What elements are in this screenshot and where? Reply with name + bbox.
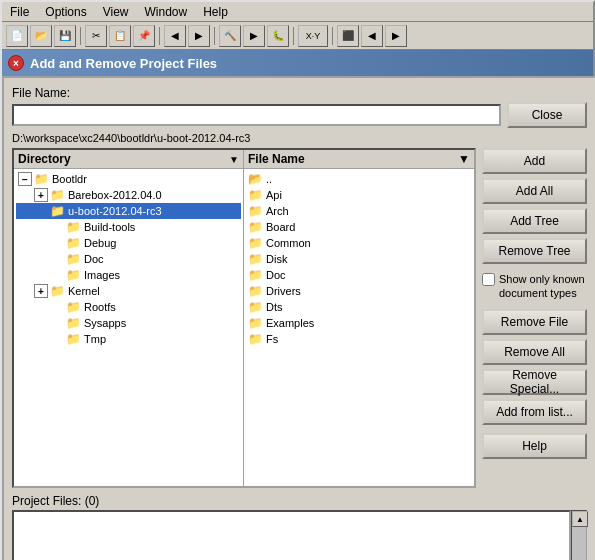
tree-label-debug: Debug — [84, 237, 116, 249]
proj-scroll-up[interactable]: ▲ — [572, 511, 588, 527]
file-item-arch[interactable]: 📁Arch — [246, 203, 472, 219]
toolbar-build[interactable]: 🔨 — [219, 25, 241, 47]
file-name-input[interactable] — [12, 104, 501, 126]
file-item-api[interactable]: 📁Api — [246, 187, 472, 203]
remove-special-button[interactable]: Remove Special... — [482, 369, 587, 395]
file-item-fs[interactable]: 📁Fs — [246, 331, 472, 347]
file-item-dotdot[interactable]: 📂.. — [246, 171, 472, 187]
add-all-button[interactable]: Add All — [482, 178, 587, 204]
toolbar: 📄 📂 💾 ✂ 📋 📌 ◀ ▶ 🔨 ▶ 🐛 X·Y ⬛ ◀ ▶ — [2, 22, 593, 50]
toolbar-paste[interactable]: 📌 — [133, 25, 155, 47]
file-label-disk: Disk — [266, 253, 287, 265]
file-folder-icon-board: 📁 — [248, 220, 263, 234]
project-files-box[interactable] — [12, 510, 571, 560]
folder-icon-barebox: 📁 — [50, 188, 65, 202]
toolbar-sep5 — [332, 27, 333, 45]
tree-item-kernel[interactable]: +📁Kernel — [16, 283, 241, 299]
tree-item-debug[interactable]: 📁Debug — [16, 235, 241, 251]
toolbar-nav1[interactable]: ⬛ — [337, 25, 359, 47]
file-label-examples: Examples — [266, 317, 314, 329]
tree-label-bootldr: Bootldr — [52, 173, 87, 185]
tree-label-kernel: Kernel — [68, 285, 100, 297]
folder-icon-tmp: 📁 — [66, 332, 81, 346]
dialog-title: Add and Remove Project Files — [30, 56, 217, 71]
tree-label-uboot: u-boot-2012.04-rc3 — [68, 205, 162, 217]
toolbar-cut[interactable]: ✂ — [85, 25, 107, 47]
toolbar-open[interactable]: 📂 — [30, 25, 52, 47]
dialog-close-icon[interactable]: × — [8, 55, 24, 71]
tree-item-tmp[interactable]: 📁Tmp — [16, 331, 241, 347]
toolbar-forward[interactable]: ▶ — [188, 25, 210, 47]
file-label-board: Board — [266, 221, 295, 233]
add-from-list-button[interactable]: Add from list... — [482, 399, 587, 425]
project-files-label: Project Files: (0) — [12, 494, 587, 508]
tree-item-doc[interactable]: 📁Doc — [16, 251, 241, 267]
tree-item-sysapps[interactable]: 📁Sysapps — [16, 315, 241, 331]
remove-file-button[interactable]: Remove File — [482, 309, 587, 335]
toolbar-nav2[interactable]: ◀ — [361, 25, 383, 47]
tree-item-barebox[interactable]: +📁Barebox-2012.04.0 — [16, 187, 241, 203]
toolbar-run[interactable]: ▶ — [243, 25, 265, 47]
remove-tree-button[interactable]: Remove Tree — [482, 238, 587, 264]
tree-expander-barebox[interactable]: + — [34, 188, 48, 202]
file-item-drivers[interactable]: 📁Drivers — [246, 283, 472, 299]
folder-icon-buildtools: 📁 — [66, 220, 81, 234]
file-scroll-arrow: ▼ — [458, 152, 470, 166]
file-list[interactable]: 📂..📁Api📁Arch📁Board📁Common📁Disk📁Doc📁Drive… — [244, 169, 474, 486]
file-panel-header: File Name ▼ — [244, 150, 474, 169]
file-item-dts[interactable]: 📁Dts — [246, 299, 472, 315]
folder-icon-uboot: 📁 — [50, 204, 65, 218]
project-files-section: Project Files: (0) ▲ ▼ — [12, 494, 587, 560]
tree-item-rootfs[interactable]: 📁Rootfs — [16, 299, 241, 315]
file-folder-icon-dotdot: 📂 — [248, 172, 263, 186]
toolbar-save[interactable]: 💾 — [54, 25, 76, 47]
file-panel: File Name ▼ 📂..📁Api📁Arch📁Board📁Common📁Di… — [244, 150, 474, 486]
toolbar-back[interactable]: ◀ — [164, 25, 186, 47]
file-name-col-label: File Name — [248, 152, 305, 166]
menu-help[interactable]: Help — [199, 4, 232, 20]
menu-view[interactable]: View — [99, 4, 133, 20]
left-panels: Directory ▼ −📁Bootldr+📁Barebox-2012.04.0… — [12, 148, 476, 488]
file-label-common: Common — [266, 237, 311, 249]
toolbar-sep4 — [293, 27, 294, 45]
tree-item-bootldr[interactable]: −📁Bootldr — [16, 171, 241, 187]
menu-options[interactable]: Options — [41, 4, 90, 20]
folder-icon-doc: 📁 — [66, 252, 81, 266]
add-tree-button[interactable]: Add Tree — [482, 208, 587, 234]
toolbar-sep3 — [214, 27, 215, 45]
right-buttons: Add Add All Add Tree Remove Tree Show on… — [482, 148, 587, 488]
toolbar-copy[interactable]: 📋 — [109, 25, 131, 47]
menu-window[interactable]: Window — [141, 4, 192, 20]
panels-row: Directory ▼ −📁Bootldr+📁Barebox-2012.04.0… — [12, 148, 476, 488]
remove-all-button[interactable]: Remove All — [482, 339, 587, 365]
folder-icon-bootldr: 📁 — [34, 172, 49, 186]
close-button[interactable]: Close — [507, 102, 587, 128]
menu-file[interactable]: File — [6, 4, 33, 20]
directory-tree[interactable]: −📁Bootldr+📁Barebox-2012.04.0📁u-boot-2012… — [14, 169, 243, 486]
file-item-disk[interactable]: 📁Disk — [246, 251, 472, 267]
file-label-fs: Fs — [266, 333, 278, 345]
toolbar-xy[interactable]: X·Y — [298, 25, 328, 47]
help-button[interactable]: Help — [482, 433, 587, 459]
file-label-dts: Dts — [266, 301, 283, 313]
directory-panel: Directory ▼ −📁Bootldr+📁Barebox-2012.04.0… — [14, 150, 244, 486]
toolbar-nav3[interactable]: ▶ — [385, 25, 407, 47]
file-item-board[interactable]: 📁Board — [246, 219, 472, 235]
tree-expander-bootldr[interactable]: − — [18, 172, 32, 186]
toolbar-debug[interactable]: 🐛 — [267, 25, 289, 47]
folder-icon-images: 📁 — [66, 268, 81, 282]
add-button[interactable]: Add — [482, 148, 587, 174]
tree-item-uboot[interactable]: 📁u-boot-2012.04-rc3 — [16, 203, 241, 219]
file-item-examples[interactable]: 📁Examples — [246, 315, 472, 331]
tree-expander-kernel[interactable]: + — [34, 284, 48, 298]
show-known-checkbox[interactable] — [482, 273, 495, 286]
toolbar-new[interactable]: 📄 — [6, 25, 28, 47]
tree-item-images[interactable]: 📁Images — [16, 267, 241, 283]
directory-label: Directory — [18, 152, 71, 166]
tree-label-images: Images — [84, 269, 120, 281]
file-item-doc2[interactable]: 📁Doc — [246, 267, 472, 283]
file-label-drivers: Drivers — [266, 285, 301, 297]
toolbar-sep2 — [159, 27, 160, 45]
file-item-common[interactable]: 📁Common — [246, 235, 472, 251]
tree-item-buildtools[interactable]: 📁Build-tools — [16, 219, 241, 235]
